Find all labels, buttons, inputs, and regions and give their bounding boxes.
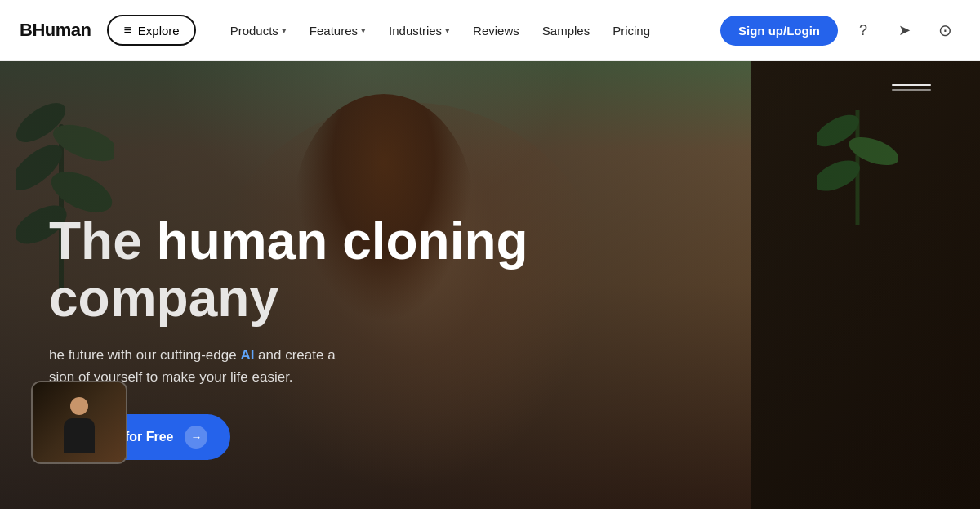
hero-title-highlight: human cloning bbox=[157, 212, 528, 270]
scroll-indicator bbox=[892, 84, 931, 91]
brand-logo[interactable]: BHuman bbox=[20, 20, 91, 41]
hero-title: The human cloning company bbox=[49, 212, 528, 328]
explore-label: Explore bbox=[138, 24, 180, 38]
hero-title-part2: company bbox=[49, 269, 278, 328]
nav-reviews[interactable]: Reviews bbox=[463, 17, 529, 44]
scroll-line-1 bbox=[892, 84, 931, 86]
video-thumbnail[interactable] bbox=[31, 381, 127, 464]
subtitle-prefix: he future with our cutting-edge bbox=[49, 347, 240, 363]
nav-samples-label: Samples bbox=[542, 24, 590, 38]
nav-reviews-label: Reviews bbox=[473, 24, 519, 38]
explore-button[interactable]: ≡ Explore bbox=[107, 15, 195, 46]
nav-features-label: Features bbox=[310, 24, 358, 38]
nav-samples[interactable]: Samples bbox=[532, 17, 599, 44]
hamburger-icon: ≡ bbox=[123, 23, 131, 38]
features-chevron-icon: ▾ bbox=[361, 25, 366, 36]
hero-section: The human cloning company he future with… bbox=[0, 61, 980, 509]
nav-actions: Sign up/Login ? ➤ ⊙ bbox=[720, 15, 960, 46]
industries-chevron-icon: ▾ bbox=[445, 25, 450, 36]
signup-button[interactable]: Sign up/Login bbox=[720, 16, 838, 46]
nav-pricing-label: Pricing bbox=[612, 24, 650, 38]
products-chevron-icon: ▾ bbox=[282, 25, 287, 36]
scroll-line-2 bbox=[892, 89, 931, 91]
thumbnail-person bbox=[57, 397, 102, 454]
nav-features[interactable]: Features ▾ bbox=[300, 17, 376, 44]
nav-products[interactable]: Products ▾ bbox=[220, 17, 296, 44]
help-icon: ? bbox=[859, 22, 867, 39]
user-profile-button[interactable]: ⊙ bbox=[929, 15, 960, 46]
send-button[interactable]: ➤ bbox=[889, 15, 920, 46]
navbar: BHuman ≡ Explore Products ▾ Features ▾ I… bbox=[0, 0, 980, 61]
ai-text: AI bbox=[240, 347, 254, 363]
hero-title-part1: The bbox=[49, 212, 157, 270]
cta-arrow-icon: → bbox=[185, 426, 207, 449]
nav-products-label: Products bbox=[230, 24, 278, 38]
help-button[interactable]: ? bbox=[848, 15, 879, 46]
nav-pricing[interactable]: Pricing bbox=[603, 17, 660, 44]
video-thumb-inner bbox=[33, 382, 126, 462]
nav-industries-label: Industries bbox=[389, 24, 442, 38]
send-icon: ➤ bbox=[898, 21, 911, 39]
nav-industries[interactable]: Industries ▾ bbox=[379, 17, 460, 44]
thumbnail-head bbox=[70, 397, 88, 415]
thumbnail-body bbox=[64, 418, 95, 453]
user-icon: ⊙ bbox=[938, 20, 952, 40]
nav-links: Products ▾ Features ▾ Industries ▾ Revie… bbox=[220, 17, 720, 44]
